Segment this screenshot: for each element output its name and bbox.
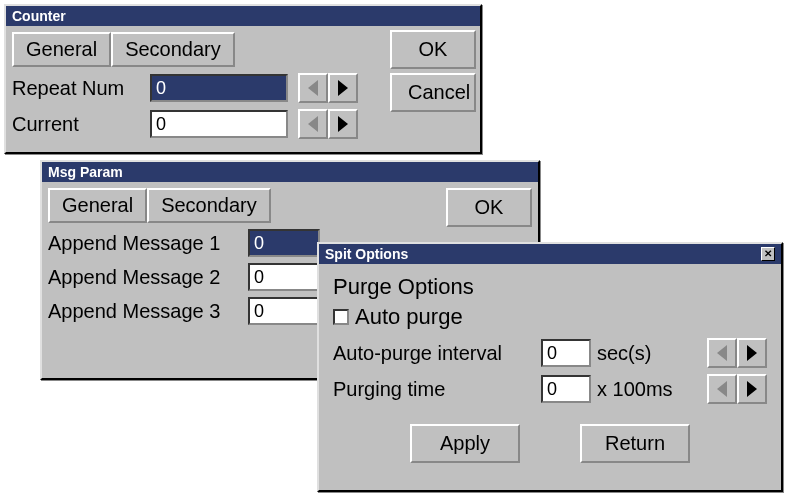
tab-general-label: General xyxy=(26,38,97,60)
current-spinner xyxy=(298,109,358,139)
apply-label: Apply xyxy=(440,432,490,454)
current-increment-button[interactable] xyxy=(328,109,358,139)
arrow-right-icon xyxy=(747,381,757,397)
tab-secondary-label: Secondary xyxy=(125,38,221,60)
append3-value: 0 xyxy=(254,301,264,321)
counter-button-stack: OK Cancel xyxy=(390,30,476,112)
counter-title: Counter xyxy=(12,8,66,24)
ptime-label: Purging time xyxy=(333,378,541,401)
close-button[interactable]: ✕ xyxy=(761,247,775,261)
current-decrement-button[interactable] xyxy=(298,109,328,139)
repeat-spinner xyxy=(298,73,358,103)
append1-value: 0 xyxy=(254,233,264,253)
interval-label: Auto-purge interval xyxy=(333,342,541,365)
spit-client: Purge Options Auto purge Auto-purge inte… xyxy=(319,264,781,473)
arrow-left-icon xyxy=(308,116,318,132)
arrow-left-icon xyxy=(717,381,727,397)
ok-label: OK xyxy=(419,38,448,60)
repeat-decrement-button[interactable] xyxy=(298,73,328,103)
tab-secondary[interactable]: Secondary xyxy=(111,32,235,67)
tab-general[interactable]: General xyxy=(12,32,111,67)
auto-purge-label: Auto purge xyxy=(355,304,463,330)
ok-button[interactable]: OK xyxy=(446,188,532,227)
msgparam-titlebar: Msg Param xyxy=(42,162,538,182)
arrow-right-icon xyxy=(338,80,348,96)
spit-title: Spit Options xyxy=(325,246,408,262)
repeat-increment-button[interactable] xyxy=(328,73,358,103)
tab-general-label: General xyxy=(62,194,133,216)
ptime-decrement-button[interactable] xyxy=(707,374,737,404)
tab-general[interactable]: General xyxy=(48,188,147,223)
ptime-value: 0 xyxy=(547,379,557,399)
arrow-right-icon xyxy=(338,116,348,132)
current-value: 0 xyxy=(156,114,166,134)
interval-increment-button[interactable] xyxy=(737,338,767,368)
spit-window: Spit Options ✕ Purge Options Auto purge … xyxy=(317,242,783,492)
msgparam-button-stack: OK xyxy=(446,188,532,227)
append1-label: Append Message 1 xyxy=(48,232,248,255)
apply-button[interactable]: Apply xyxy=(410,424,520,463)
append2-value: 0 xyxy=(254,267,264,287)
arrow-left-icon xyxy=(308,80,318,96)
tab-secondary-label: Secondary xyxy=(161,194,257,216)
repeat-label: Repeat Num xyxy=(12,77,150,100)
purge-options-title: Purge Options xyxy=(333,274,767,300)
ptime-unit: x 100ms xyxy=(597,378,673,401)
ok-button[interactable]: OK xyxy=(390,30,476,69)
ptime-input[interactable]: 0 xyxy=(541,375,591,403)
append1-input[interactable]: 0 xyxy=(248,229,320,257)
interval-decrement-button[interactable] xyxy=(707,338,737,368)
spit-titlebar: Spit Options ✕ xyxy=(319,244,781,264)
append3-input[interactable]: 0 xyxy=(248,297,320,325)
ok-label: OK xyxy=(475,196,504,218)
arrow-left-icon xyxy=(717,345,727,361)
auto-purge-checkbox[interactable] xyxy=(333,309,349,325)
current-input[interactable]: 0 xyxy=(150,110,288,138)
arrow-right-icon xyxy=(747,345,757,361)
msgparam-title: Msg Param xyxy=(48,164,123,180)
close-icon: ✕ xyxy=(764,246,772,262)
tab-secondary[interactable]: Secondary xyxy=(147,188,271,223)
cancel-button[interactable]: Cancel xyxy=(390,73,476,112)
interval-value: 0 xyxy=(547,343,557,363)
repeat-input[interactable]: 0 xyxy=(150,74,288,102)
ptime-increment-button[interactable] xyxy=(737,374,767,404)
counter-titlebar: Counter xyxy=(6,6,480,26)
return-label: Return xyxy=(605,432,665,454)
append3-label: Append Message 3 xyxy=(48,300,248,323)
append2-label: Append Message 2 xyxy=(48,266,248,289)
ptime-row: Purging time 0 x 100ms xyxy=(333,374,767,404)
current-label: Current xyxy=(12,113,150,136)
repeat-value: 0 xyxy=(156,78,166,98)
return-button[interactable]: Return xyxy=(580,424,690,463)
spit-button-row: Apply Return xyxy=(333,424,767,463)
append2-input[interactable]: 0 xyxy=(248,263,320,291)
counter-window: Counter General Secondary Repeat Num 0 C… xyxy=(4,4,482,154)
ptime-spinner xyxy=(707,374,767,404)
auto-purge-row: Auto purge xyxy=(333,304,767,330)
interval-input[interactable]: 0 xyxy=(541,339,591,367)
interval-unit: sec(s) xyxy=(597,342,651,365)
current-row: Current 0 xyxy=(12,109,474,139)
interval-spinner xyxy=(707,338,767,368)
cancel-label: Cancel xyxy=(408,81,470,103)
interval-row: Auto-purge interval 0 sec(s) xyxy=(333,338,767,368)
